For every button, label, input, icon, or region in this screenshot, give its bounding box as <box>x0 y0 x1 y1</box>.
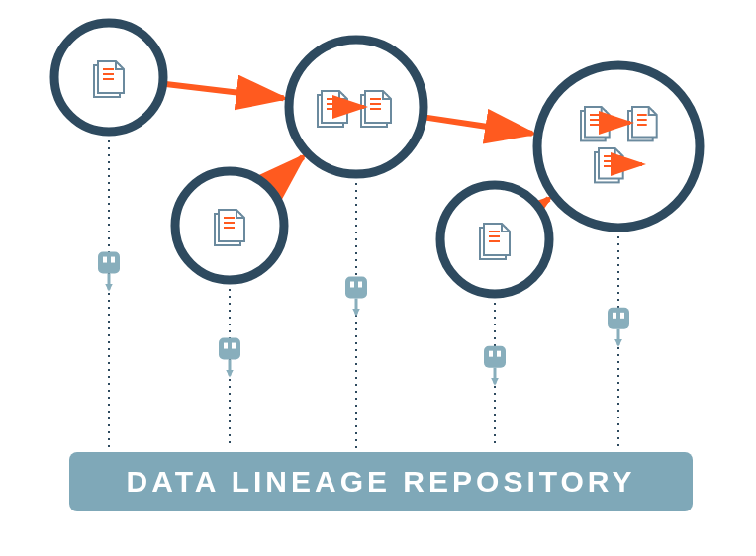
usb-plug-icon <box>345 277 367 315</box>
flow-arrow <box>425 118 532 134</box>
lineage-node <box>175 171 284 280</box>
usb-plug-icon <box>608 308 629 345</box>
flow-arrow <box>540 199 548 205</box>
svg-rect-8 <box>345 277 367 299</box>
lineage-node <box>440 185 549 294</box>
svg-rect-2 <box>111 257 115 263</box>
usb-plug-icon <box>484 346 506 384</box>
lineage-node <box>54 23 163 132</box>
svg-point-44 <box>537 65 700 228</box>
lineage-node <box>537 65 700 228</box>
flow-arrow <box>166 84 284 98</box>
lineage-node <box>289 40 424 174</box>
svg-rect-18 <box>620 313 624 319</box>
svg-rect-4 <box>219 338 240 360</box>
diagram-canvas: DATA LINEAGE REPOSITORY <box>0 0 756 556</box>
svg-rect-14 <box>497 351 501 357</box>
svg-rect-16 <box>608 308 629 329</box>
svg-rect-17 <box>613 313 616 319</box>
svg-rect-5 <box>224 343 228 349</box>
svg-rect-6 <box>232 343 236 349</box>
repository-label: DATA LINEAGE REPOSITORY <box>127 465 636 499</box>
svg-rect-0 <box>98 252 120 274</box>
svg-rect-9 <box>350 282 354 288</box>
svg-rect-10 <box>358 282 362 288</box>
svg-rect-12 <box>484 346 506 368</box>
usb-plug-icon <box>219 338 240 376</box>
usb-plug-icon <box>98 252 120 290</box>
svg-rect-1 <box>103 257 107 263</box>
flow-arrow <box>271 157 303 187</box>
repository-bar: DATA LINEAGE REPOSITORY <box>69 452 693 511</box>
svg-rect-13 <box>489 351 493 357</box>
